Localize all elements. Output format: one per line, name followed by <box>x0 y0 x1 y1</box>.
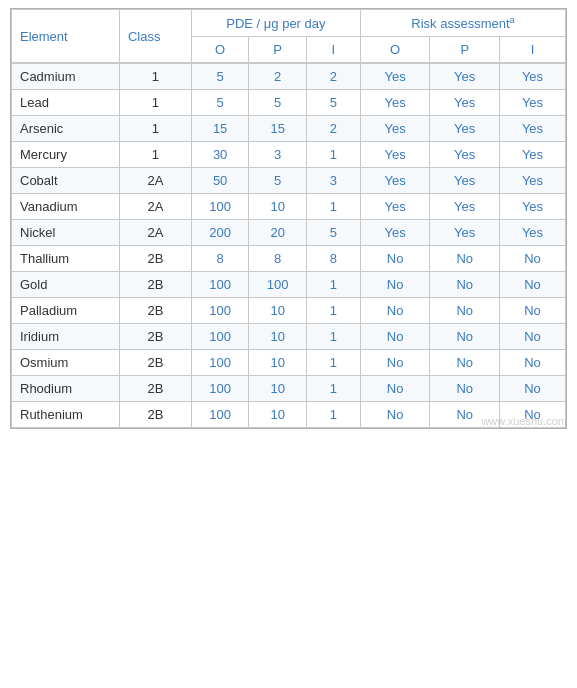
table-cell: 1 <box>306 376 360 402</box>
table-cell: 1 <box>306 298 360 324</box>
table-cell: Vanadium <box>12 194 120 220</box>
table-row: Mercury13031YesYesYes <box>12 142 566 168</box>
table-row: Cadmium1522YesYesYes <box>12 64 566 90</box>
table-cell: 30 <box>191 142 249 168</box>
table-cell: Iridium <box>12 324 120 350</box>
element-header-label: Element <box>20 29 68 44</box>
table-cell: Yes <box>430 90 500 116</box>
table-cell: Yes <box>500 64 566 90</box>
table-cell: 2B <box>119 246 191 272</box>
table-cell: 2A <box>119 220 191 246</box>
table-cell: 5 <box>191 64 249 90</box>
table-cell: 200 <box>191 220 249 246</box>
table-cell: No <box>360 376 430 402</box>
table-cell: No <box>500 402 566 428</box>
table-cell: 2B <box>119 272 191 298</box>
table-cell: 20 <box>249 220 307 246</box>
table-cell: No <box>430 324 500 350</box>
table-cell: 8 <box>249 246 307 272</box>
table-cell: 3 <box>306 168 360 194</box>
table-cell: 100 <box>191 376 249 402</box>
table-cell: 10 <box>249 402 307 428</box>
table-cell: No <box>360 324 430 350</box>
table-cell: Ruthenium <box>12 402 120 428</box>
table-cell: No <box>360 298 430 324</box>
table-cell: 1 <box>119 142 191 168</box>
table-cell: No <box>500 324 566 350</box>
table-cell: 100 <box>191 272 249 298</box>
risk-superscript: a <box>510 15 515 25</box>
table-cell: Nickel <box>12 220 120 246</box>
table-cell: 2 <box>306 116 360 142</box>
risk-p-label: P <box>460 42 469 57</box>
table-cell: 2B <box>119 324 191 350</box>
pde-p-header: P <box>249 37 307 63</box>
risk-i-header: I <box>500 37 566 63</box>
table-cell: 100 <box>191 298 249 324</box>
pde-i-header: I <box>306 37 360 63</box>
table-cell: 100 <box>191 194 249 220</box>
table-row: Arsenic115152YesYesYes <box>12 116 566 142</box>
table-cell: Yes <box>430 220 500 246</box>
table-cell: 1 <box>306 350 360 376</box>
table-cell: 1 <box>306 324 360 350</box>
table-wrapper: Element Class PDE / μg per day Risk asse… <box>0 8 577 429</box>
table-row: Ruthenium2B100101NoNoNo <box>12 402 566 428</box>
table-cell: 2A <box>119 194 191 220</box>
table-cell: Rhodium <box>12 376 120 402</box>
table-cell: 100 <box>191 402 249 428</box>
table-cell: No <box>430 272 500 298</box>
table-cell: 2B <box>119 350 191 376</box>
table-cell: 1 <box>306 402 360 428</box>
table-cell: 3 <box>249 142 307 168</box>
table-cell: 15 <box>249 116 307 142</box>
table-cell: 5 <box>306 90 360 116</box>
table-cell: Cadmium <box>12 64 120 90</box>
table-row: Lead1555YesYesYes <box>12 90 566 116</box>
table-cell: 1 <box>306 272 360 298</box>
class-header-label: Class <box>128 29 161 44</box>
table-cell: Yes <box>500 90 566 116</box>
table-cell: No <box>500 298 566 324</box>
table-cell: No <box>430 402 500 428</box>
table-cell: 1 <box>119 90 191 116</box>
table-cell: No <box>360 246 430 272</box>
table-cell: Yes <box>360 220 430 246</box>
table-cell: 1 <box>306 194 360 220</box>
table-cell: Yes <box>360 194 430 220</box>
table-cell: Yes <box>430 64 500 90</box>
table-cell: Yes <box>360 64 430 90</box>
class-header: Class <box>119 10 191 63</box>
table-cell: Yes <box>500 116 566 142</box>
table-cell: 10 <box>249 376 307 402</box>
table-cell: Cobalt <box>12 168 120 194</box>
table-cell: 100 <box>191 324 249 350</box>
table-cell: Yes <box>430 142 500 168</box>
risk-header-label: Risk assessment <box>411 16 509 31</box>
table-cell: No <box>360 272 430 298</box>
table-cell: 10 <box>249 350 307 376</box>
main-table-container: Element Class PDE / μg per day Risk asse… <box>10 8 567 429</box>
table-cell: 1 <box>119 64 191 90</box>
table-cell: 10 <box>249 194 307 220</box>
table-cell: No <box>360 402 430 428</box>
pde-o-label: O <box>215 42 225 57</box>
table-row: Thallium2B888NoNoNo <box>12 246 566 272</box>
table-cell: Lead <box>12 90 120 116</box>
table-cell: 100 <box>191 350 249 376</box>
table-cell: 2B <box>119 376 191 402</box>
risk-p-header: P <box>430 37 500 63</box>
table-cell: Yes <box>430 168 500 194</box>
table-cell: 15 <box>191 116 249 142</box>
table-cell: Yes <box>500 220 566 246</box>
table-cell: 5 <box>191 90 249 116</box>
table-cell: Yes <box>500 168 566 194</box>
table-cell: Yes <box>360 168 430 194</box>
elements-table: Element Class PDE / μg per day Risk asse… <box>11 9 566 63</box>
pde-header: PDE / μg per day <box>191 10 360 37</box>
table-cell: No <box>500 272 566 298</box>
table-cell: 2B <box>119 402 191 428</box>
table-cell: Mercury <box>12 142 120 168</box>
table-cell: No <box>500 350 566 376</box>
table-cell: No <box>500 376 566 402</box>
